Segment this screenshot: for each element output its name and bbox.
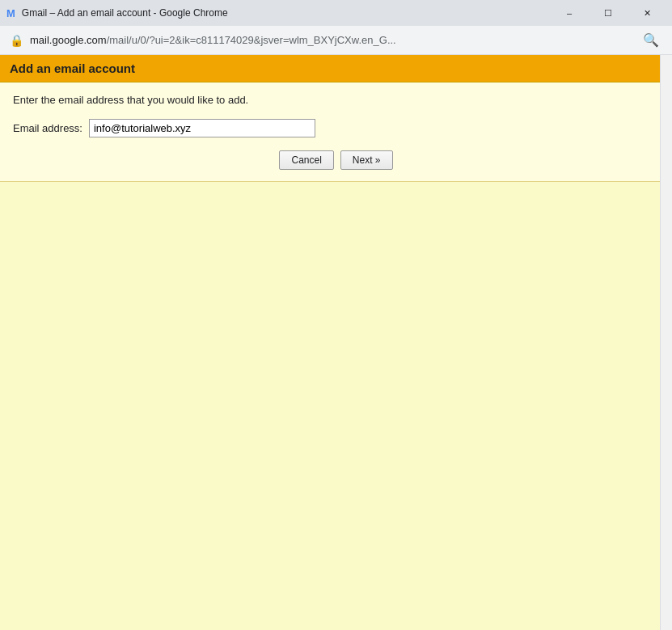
email-label: Email address: xyxy=(13,122,82,134)
dialog-title: Add an email account xyxy=(10,61,135,75)
app-icon: M xyxy=(6,7,15,19)
button-row: Cancel Next » xyxy=(13,150,659,170)
address-bar: 🔒 mail.google.com/mail/u/0/?ui=2&ik=c811… xyxy=(0,26,672,55)
email-input[interactable] xyxy=(89,119,315,137)
dialog-instruction: Enter the email address that you would l… xyxy=(13,94,659,106)
title-bar-controls: – ☐ ✕ xyxy=(551,0,666,26)
url-base: mail.google.com xyxy=(30,34,107,46)
title-bar: M Gmail – Add an email account - Google … xyxy=(0,0,672,26)
restore-button[interactable]: ☐ xyxy=(590,0,627,26)
next-button[interactable]: Next » xyxy=(340,150,393,170)
url-path: /mail/u/0/?ui=2&ik=c811174029&jsver=wlm_… xyxy=(107,34,396,46)
close-button[interactable]: ✕ xyxy=(628,0,666,26)
dialog-body: Enter the email address that you would l… xyxy=(0,82,672,182)
email-form-row: Email address: xyxy=(13,119,659,137)
search-button[interactable]: 🔍 xyxy=(640,29,662,51)
dialog-header: Add an email account xyxy=(0,55,672,82)
lock-icon: 🔒 xyxy=(10,34,23,47)
minimize-button[interactable]: – xyxy=(551,0,588,26)
scrollbar[interactable] xyxy=(660,55,672,630)
title-bar-left: M Gmail – Add an email account - Google … xyxy=(6,7,228,19)
url-display[interactable]: mail.google.com/mail/u/0/?ui=2&ik=c81117… xyxy=(30,34,633,46)
window-title: Gmail – Add an email account - Google Ch… xyxy=(22,7,228,19)
cancel-button[interactable]: Cancel xyxy=(279,150,333,170)
main-content: Add an email account Enter the email add… xyxy=(0,55,672,630)
